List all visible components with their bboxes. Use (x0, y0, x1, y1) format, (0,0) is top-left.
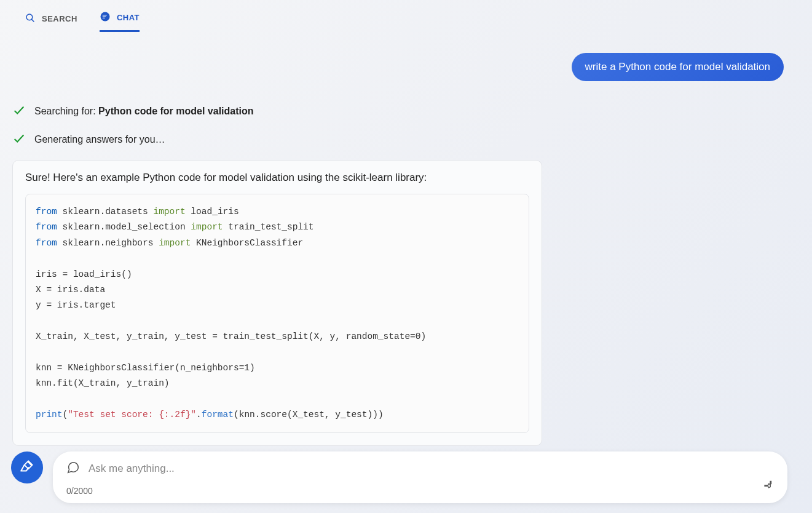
tab-search[interactable]: SEARCH (25, 12, 77, 31)
new-topic-button[interactable] (11, 451, 43, 483)
chat-icon (100, 11, 111, 24)
answer-intro: Sure! Here's an example Python code for … (25, 172, 529, 184)
broom-icon (19, 458, 35, 477)
search-icon (25, 12, 36, 25)
pin-button[interactable] (760, 479, 774, 495)
tab-search-label: SEARCH (42, 14, 77, 23)
status-generating-text: Generating answers for you… (34, 134, 165, 145)
chat-input[interactable] (89, 460, 774, 477)
input-bar: 0/2000 (0, 445, 812, 513)
user-message-row: write a Python code for model validation (12, 53, 784, 81)
chat-bubble-icon (66, 461, 80, 477)
status-searching: Searching for: Python code for model val… (12, 103, 787, 119)
answer-card: Sure! Here's an example Python code for … (12, 160, 542, 446)
tab-chat-label: CHAT (117, 13, 140, 22)
char-count: 0/2000 (66, 486, 774, 496)
conversation-area: write a Python code for model validation… (0, 38, 812, 446)
check-icon (12, 103, 26, 119)
input-card: 0/2000 (53, 451, 787, 503)
svg-line-1 (32, 19, 34, 21)
pin-icon (760, 483, 774, 494)
tab-bar: SEARCH CHAT (0, 0, 812, 38)
status-generating: Generating answers for you… (12, 132, 787, 148)
tab-chat[interactable]: CHAT (100, 11, 140, 32)
status-searching-text: Searching for: Python code for model val… (34, 106, 254, 117)
check-icon (12, 132, 26, 148)
code-block: from sklearn.datasets import load_iris f… (25, 194, 529, 433)
user-message-bubble: write a Python code for model validation (572, 53, 784, 81)
